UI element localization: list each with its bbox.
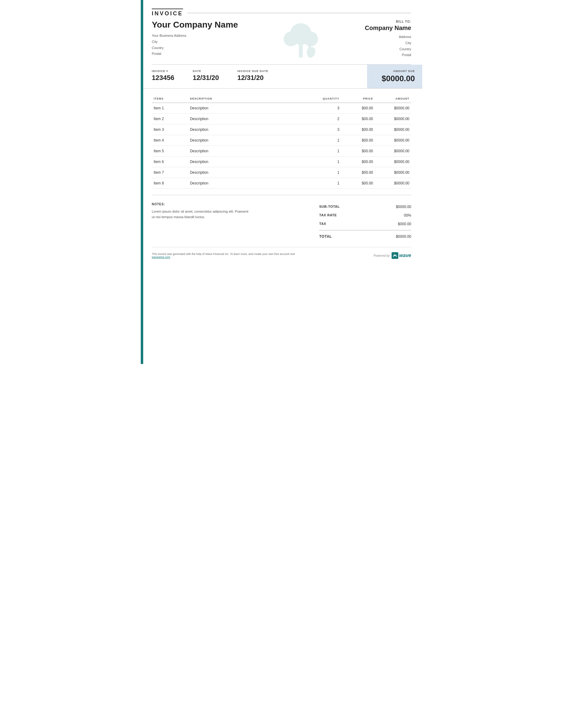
- table-row: Item 5 Description 1 $00.00 $0000.00: [152, 146, 411, 157]
- totals-section: SUB-TOTAL $0000.00 TAX RATE 00% TAX $000…: [319, 203, 411, 241]
- row-amount-2: $0000.00: [375, 114, 411, 124]
- row-item-2: Item 2: [152, 114, 188, 124]
- company-city: City: [152, 39, 350, 45]
- table-row: Item 7 Description 1 $00.00 $0000.00: [152, 167, 411, 178]
- bill-to-section: BILL TO: Company Name Address City Count…: [350, 20, 411, 58]
- subtotal-row: SUB-TOTAL $0000.00: [319, 203, 411, 211]
- invoice-title-row: INVOICE: [152, 9, 411, 17]
- items-section: ITEMS DESCRIPTION QUANTITY PRICE AMOUNT …: [152, 89, 411, 195]
- total-label: TOTAL: [319, 234, 332, 239]
- row-price-7: $00.00: [341, 167, 375, 178]
- notes-text: Lorem ipsum dolor sit amet, consectetur …: [152, 209, 250, 220]
- due-date-label: INVOICE DUE DATE: [237, 70, 268, 73]
- row-qty-2: 2: [310, 114, 341, 124]
- footer-totals-section: NOTES: Lorem ipsum dolor sit amet, conse…: [152, 195, 411, 247]
- invoice-number-field: INVOICE # 123456: [152, 70, 174, 83]
- table-row: Item 1 Description 3 $00.00 $0000.00: [152, 103, 411, 114]
- content-area: INVOICE Your Company Name Your Business …: [143, 0, 422, 270]
- amount-due-value: $0000.00: [382, 74, 415, 83]
- invoice-number-value: 123456: [152, 74, 174, 82]
- wave-logo: wave: [392, 252, 411, 259]
- company-postal: Postal: [152, 51, 350, 57]
- row-item-4: Item 4: [152, 135, 188, 146]
- row-qty-4: 1: [310, 135, 341, 146]
- row-price-6: $00.00: [341, 157, 375, 167]
- tax-rate-label: TAX RATE: [319, 213, 337, 218]
- due-date-field: INVOICE DUE DATE 12/31/20: [237, 70, 268, 83]
- row-price-8: $00.00: [341, 178, 375, 189]
- header-price: PRICE: [341, 95, 375, 103]
- date-field: DATE 12/31/20: [192, 70, 219, 83]
- row-desc-3: Description: [188, 124, 310, 135]
- table-header: ITEMS DESCRIPTION QUANTITY PRICE AMOUNT: [152, 95, 411, 103]
- bill-to-address: Address City Country Postal: [350, 34, 411, 58]
- row-item-3: Item 3: [152, 124, 188, 135]
- powered-by-text: Powered by: [374, 254, 390, 257]
- row-qty-6: 1: [310, 157, 341, 167]
- row-amount-7: $0000.00: [375, 167, 411, 178]
- table-row: Item 2 Description 2 $00.00 $0000.00: [152, 114, 411, 124]
- table-header-row: ITEMS DESCRIPTION QUANTITY PRICE AMOUNT: [152, 95, 411, 103]
- bottom-footer: This invoice was generated with the help…: [152, 247, 411, 261]
- waveapps-link[interactable]: waveapps.com: [152, 256, 170, 259]
- row-qty-7: 1: [310, 167, 341, 178]
- row-desc-1: Description: [188, 103, 310, 114]
- row-price-3: $00.00: [341, 124, 375, 135]
- row-price-1: $00.00: [341, 103, 375, 114]
- header-section: Your Company Name Your Business Address …: [152, 20, 411, 65]
- bill-to-postal: Postal: [350, 52, 411, 58]
- row-item-7: Item 7: [152, 167, 188, 178]
- row-desc-8: Description: [188, 178, 310, 189]
- notes-section: NOTES: Lorem ipsum dolor sit amet, conse…: [152, 203, 307, 241]
- row-amount-3: $0000.00: [375, 124, 411, 135]
- bill-to-company: Company Name: [350, 25, 411, 32]
- tax-row: TAX $000.00: [319, 220, 411, 228]
- tax-rate-value: 00%: [404, 213, 411, 218]
- table-row: Item 8 Description 1 $00.00 $0000.00: [152, 178, 411, 189]
- header-items: ITEMS: [152, 95, 188, 103]
- date-label: DATE: [192, 70, 219, 73]
- tax-rate-row: TAX RATE 00%: [319, 211, 411, 220]
- date-value: 12/31/20: [192, 74, 219, 82]
- company-country: Country: [152, 45, 350, 51]
- bill-to-city: City: [350, 40, 411, 46]
- row-item-8: Item 8: [152, 178, 188, 189]
- row-qty-5: 1: [310, 146, 341, 157]
- total-value: $0000.00: [396, 234, 411, 239]
- row-desc-6: Description: [188, 157, 310, 167]
- bill-to-country: Country: [350, 46, 411, 52]
- row-desc-4: Description: [188, 135, 310, 146]
- bill-to-label: BILL TO:: [350, 20, 411, 23]
- invoice-number-label: INVOICE #: [152, 70, 174, 73]
- wave-logo-text: wave: [399, 253, 411, 258]
- row-item-5: Item 5: [152, 146, 188, 157]
- row-qty-8: 1: [310, 178, 341, 189]
- table-row: Item 4 Description 1 $00.00 $0000.00: [152, 135, 411, 146]
- row-item-6: Item 6: [152, 157, 188, 167]
- table-body: Item 1 Description 3 $00.00 $0000.00 Ite…: [152, 103, 411, 189]
- row-qty-1: 3: [310, 103, 341, 114]
- meta-section: INVOICE # 123456 DATE 12/31/20 INVOICE D…: [143, 65, 422, 89]
- row-amount-8: $0000.00: [375, 178, 411, 189]
- row-qty-3: 3: [310, 124, 341, 135]
- invoice-page: INVOICE Your Company Name Your Business …: [141, 0, 422, 364]
- row-amount-5: $0000.00: [375, 146, 411, 157]
- table-row: Item 6 Description 1 $00.00 $0000.00: [152, 157, 411, 167]
- due-date-value: 12/31/20: [237, 74, 268, 82]
- company-street: Your Business Address: [152, 33, 350, 39]
- row-item-1: Item 1: [152, 103, 188, 114]
- row-price-4: $00.00: [341, 135, 375, 146]
- company-name: Your Company Name: [152, 20, 350, 30]
- subtotal-label: SUB-TOTAL: [319, 205, 340, 209]
- tax-label: TAX: [319, 222, 326, 226]
- header-description: DESCRIPTION: [188, 95, 310, 103]
- notes-label: NOTES:: [152, 203, 307, 206]
- totals-divider: [319, 230, 411, 230]
- header-quantity: QUANTITY: [310, 95, 341, 103]
- meta-left: INVOICE # 123456 DATE 12/31/20 INVOICE D…: [143, 65, 367, 88]
- accent-bar: [141, 0, 143, 364]
- row-price-2: $00.00: [341, 114, 375, 124]
- company-info: Your Company Name Your Business Address …: [152, 20, 350, 57]
- invoice-title: INVOICE: [152, 9, 183, 17]
- table-row: Item 3 Description 3 $00.00 $0000.00: [152, 124, 411, 135]
